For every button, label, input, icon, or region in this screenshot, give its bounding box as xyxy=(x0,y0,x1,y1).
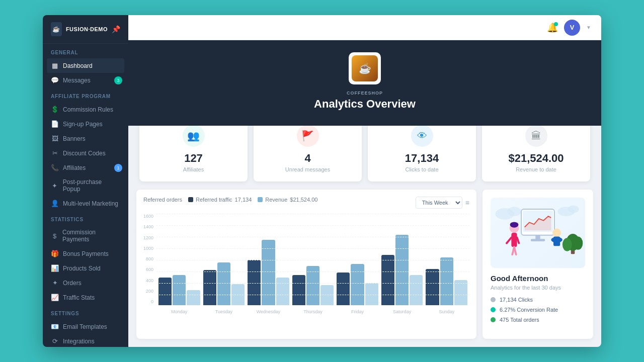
general-section-title: General xyxy=(43,44,128,58)
bar-sunday-medium xyxy=(440,257,453,305)
sidebar-item-messages[interactable]: 💬 Messages 3 xyxy=(43,73,128,87)
bar-friday-medium xyxy=(351,264,364,305)
sidebar-item-integrations[interactable]: ⟳ Integrations xyxy=(43,334,128,347)
sidebar-item-traffic-stats[interactable]: 📈 Traffic Stats xyxy=(43,290,128,305)
bar-saturday-dark xyxy=(381,255,394,305)
sidebar-item-orders[interactable]: ✦ Orders xyxy=(43,276,128,290)
referred-traffic-value: 17,134 xyxy=(235,197,252,203)
chart-x-labels: Monday Tuesday Wednesday Thursday Friday… xyxy=(156,307,469,314)
conversion-dot xyxy=(491,307,496,312)
chart-menu-icon[interactable]: ≡ xyxy=(465,199,469,207)
sidebar-item-commission-payments[interactable]: $ Commission Payments xyxy=(43,225,128,246)
sidebar-item-mlm[interactable]: 👤 Multi-level Marketing xyxy=(43,196,128,211)
traffic-icon: 📈 xyxy=(51,294,59,301)
orders-text: 475 Total orders xyxy=(500,317,539,323)
avatar[interactable]: V xyxy=(564,20,580,36)
signup-icon: 📄 xyxy=(51,120,59,128)
referred-orders-label: Referred orders xyxy=(143,197,182,203)
products-label: Products Sold xyxy=(63,265,101,272)
svg-point-22 xyxy=(574,237,583,250)
analytics-subtitle: Analytics for the last 30 days xyxy=(491,285,585,291)
sidebar-item-products-sold[interactable]: 📊 Products Sold xyxy=(43,261,128,276)
bar-sunday-light xyxy=(454,280,467,305)
traffic-legend-dot xyxy=(188,197,193,202)
bar-group-tuesday xyxy=(203,262,245,305)
bar-friday-dark xyxy=(337,273,350,305)
svg-rect-8 xyxy=(531,239,545,241)
svg-line-11 xyxy=(507,237,511,243)
svg-point-1 xyxy=(507,207,521,216)
illustration-svg xyxy=(491,198,585,268)
sidebar-item-post-purchase[interactable]: ✦ Post-purchase Popup xyxy=(43,175,128,196)
messages-stat-icon: 🚩 xyxy=(297,125,319,147)
bar-wednesday-dark xyxy=(248,260,261,305)
bar-thursday-light xyxy=(320,285,334,305)
pin-icon[interactable]: 📌 xyxy=(112,25,120,33)
x-label-sunday: Sunday xyxy=(426,309,467,314)
legend-referred-traffic: Referred traffic 17,134 xyxy=(188,197,252,203)
sidebar-item-dashboard[interactable]: ▦ Dashboard xyxy=(47,58,124,73)
revenue-stat-icon: 🏛 xyxy=(525,125,547,147)
main-content: 🔔 V ▼ ☕ COFFEESHOP Analytics Overview 👥 … xyxy=(128,15,601,347)
affiliate-section-title: Affiliate program xyxy=(43,87,128,102)
filter-select[interactable]: This Week This Month xyxy=(416,197,462,209)
svg-point-18 xyxy=(551,237,562,242)
integrations-icon: ⟳ xyxy=(51,337,59,345)
y-label-400: 400 xyxy=(143,278,153,283)
commission-payments-label: Commission Payments xyxy=(62,229,120,243)
chart-container: Referred orders Referred traffic 17,134 … xyxy=(136,190,476,339)
svg-line-12 xyxy=(517,237,519,243)
analytics-item-clicks: 17,134 Clicks xyxy=(491,297,585,303)
hero-section: ☕ COFFEESHOP Analytics Overview xyxy=(128,40,601,126)
email-label: Email Templates xyxy=(63,323,107,330)
post-purchase-icon: ✦ xyxy=(51,182,59,190)
top-bar: 🔔 V ▼ xyxy=(128,15,601,40)
chart-filter[interactable]: This Week This Month ≡ xyxy=(416,197,469,209)
sidebar-item-banners[interactable]: 🖼 Banners xyxy=(43,131,128,146)
revenue-label: Revenue xyxy=(265,197,287,203)
sidebar-item-commission-rules[interactable]: 💲 Commission Rules xyxy=(43,102,128,117)
bars-area xyxy=(156,214,469,305)
x-label-saturday: Saturday xyxy=(381,309,423,314)
bonus-icon: 🎁 xyxy=(51,250,59,257)
chevron-down-icon[interactable]: ▼ xyxy=(586,25,591,30)
sidebar-item-signup-pages[interactable]: 📄 Sign-up Pages xyxy=(43,117,128,131)
bar-monday-medium xyxy=(173,275,186,305)
bar-tuesday-dark xyxy=(203,270,216,305)
mlm-label: Multi-level Marketing xyxy=(63,200,118,207)
brand-logo: ☕ xyxy=(349,52,381,84)
y-label-1600: 1600 xyxy=(143,214,153,219)
chart-header: Referred orders Referred traffic 17,134 … xyxy=(143,197,469,209)
commission-payments-icon: $ xyxy=(51,232,58,240)
sidebar-item-email-templates[interactable]: 📧 Email Templates xyxy=(43,319,128,334)
messages-badge: 3 xyxy=(114,76,122,84)
analytics-item-conversion: 6.27% Conversion Rate xyxy=(491,307,585,313)
email-icon: 📧 xyxy=(51,323,59,330)
page-title: Analytics Overview xyxy=(314,98,416,111)
svg-point-15 xyxy=(510,222,519,227)
logo-text: FUSION·DEMO xyxy=(66,26,108,32)
illustration xyxy=(491,198,585,268)
sidebar-item-bonus-payments[interactable]: 🎁 Bonus Payments xyxy=(43,246,128,261)
referred-traffic-label: Referred traffic xyxy=(196,197,232,203)
bar-friday-light xyxy=(365,283,378,305)
bar-sunday-dark xyxy=(426,269,439,305)
sidebar: ☕ FUSION·DEMO 📌 General ▦ Dashboard 💬 Me… xyxy=(43,15,128,347)
bar-saturday-light xyxy=(410,275,423,305)
sidebar-item-affiliates[interactable]: 📞 Affiliates 1 xyxy=(43,160,128,175)
notification-bell[interactable]: 🔔 xyxy=(547,22,558,33)
orders-label: Orders xyxy=(63,280,82,287)
sidebar-item-discount-codes[interactable]: ✂ Discount Codes xyxy=(43,146,128,160)
post-purchase-label: Post-purchase Popup xyxy=(63,178,120,193)
dashboard-icon: ▦ xyxy=(51,62,59,69)
bar-wednesday-medium xyxy=(262,240,275,305)
products-icon: 📊 xyxy=(51,264,59,272)
bar-wednesday-light xyxy=(276,278,289,305)
x-label-monday: Monday xyxy=(158,309,200,314)
affiliates-label: Affiliates xyxy=(63,164,86,171)
messages-value: 4 xyxy=(304,152,310,165)
signup-label: Sign-up Pages xyxy=(63,121,103,128)
orders-icon: ✦ xyxy=(51,279,59,287)
revenue-value: $21,524.00 xyxy=(508,152,564,165)
bar-thursday-medium xyxy=(306,266,319,305)
